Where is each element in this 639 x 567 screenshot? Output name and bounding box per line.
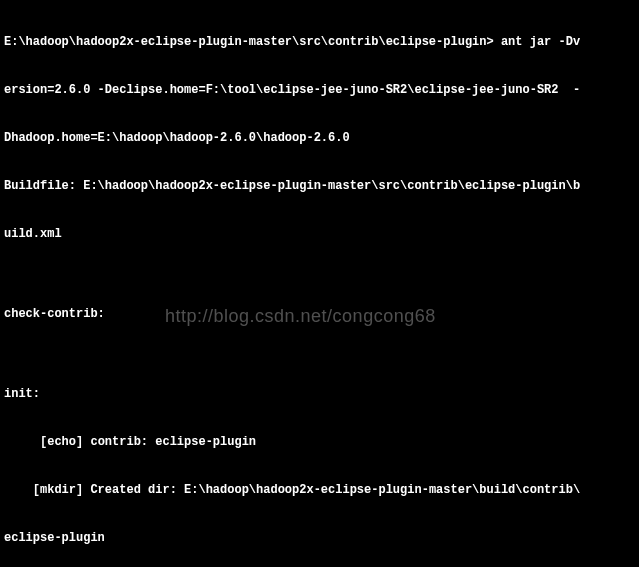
terminal-line: uild.xml (4, 226, 635, 242)
terminal-line: E:\hadoop\hadoop2x-eclipse-plugin-master… (4, 34, 635, 50)
terminal-line: [mkdir] Created dir: E:\hadoop\hadoop2x-… (4, 482, 635, 498)
terminal-line: init: (4, 386, 635, 402)
terminal-line: Buildfile: E:\hadoop\hadoop2x-eclipse-pl… (4, 178, 635, 194)
terminal-line: [echo] contrib: eclipse-plugin (4, 434, 635, 450)
terminal-line: check-contrib: (4, 306, 635, 322)
terminal-line: eclipse-plugin (4, 530, 635, 546)
terminal-output[interactable]: E:\hadoop\hadoop2x-eclipse-plugin-master… (0, 0, 639, 567)
terminal-line: ersion=2.6.0 -Declipse.home=F:\tool\ecli… (4, 82, 635, 98)
terminal-line: Dhadoop.home=E:\hadoop\hadoop-2.6.0\hado… (4, 130, 635, 146)
